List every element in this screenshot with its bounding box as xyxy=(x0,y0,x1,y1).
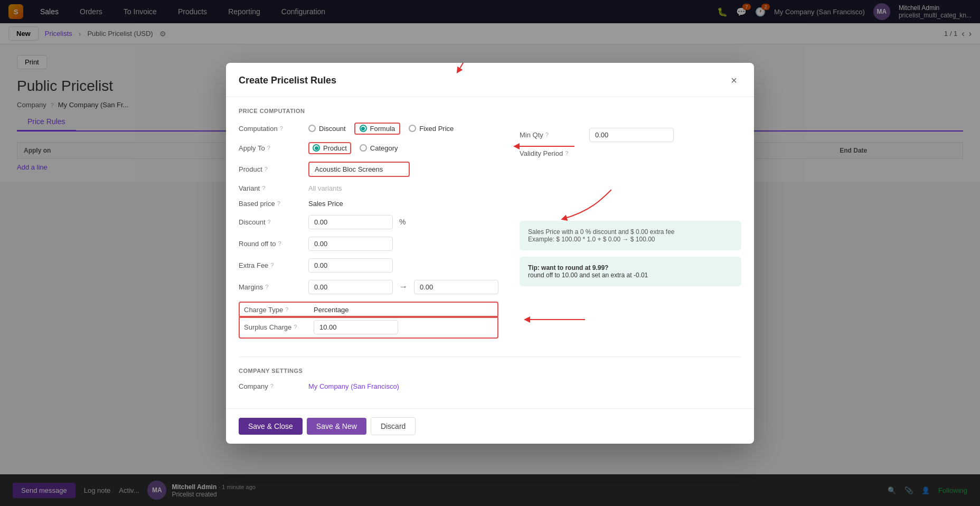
info-box-tip: Tip: want to round at 9.99? round off to… xyxy=(520,257,741,286)
radio-product[interactable]: Product xyxy=(308,142,351,154)
discard-button[interactable]: Discard xyxy=(371,417,416,435)
apply-to-label: Apply To ? xyxy=(239,144,302,152)
validity-help-icon[interactable]: ? xyxy=(565,150,568,156)
variant-help-icon[interactable]: ? xyxy=(262,185,265,191)
min-qty-row: Min Qty ? xyxy=(520,128,741,142)
charge-type-row: Charge Type ? Percentage xyxy=(239,302,498,318)
min-qty-label: Min Qty ? xyxy=(520,131,583,139)
price-computation-section-title: PRICE COMPUTATION xyxy=(239,108,741,114)
round-off-label: Round off to ? xyxy=(239,240,302,248)
radio-discount-circle xyxy=(308,125,316,132)
radio-category-circle xyxy=(360,144,367,152)
radio-category[interactable]: Category xyxy=(360,144,398,152)
computation-radio-group: Discount Formula Fixed Price xyxy=(308,123,454,135)
discount-help-icon[interactable]: ? xyxy=(268,219,271,225)
save-new-button[interactable]: Save & New xyxy=(307,418,366,435)
apply-to-help-icon[interactable]: ? xyxy=(267,145,270,151)
discount-input[interactable] xyxy=(308,215,393,229)
margins-from-input[interactable] xyxy=(308,280,393,294)
surplus-charge-input[interactable] xyxy=(314,320,398,334)
discount-unit: % xyxy=(399,218,406,226)
apply-to-row: Apply To ? Product Category xyxy=(239,142,498,154)
based-price-label: Based price ? xyxy=(239,200,302,208)
validity-label: Validity Period ? xyxy=(520,149,583,157)
product-help-icon[interactable]: ? xyxy=(265,166,268,172)
validity-row: Validity Period ? xyxy=(520,149,741,157)
extra-fee-help-icon[interactable]: ? xyxy=(270,262,274,268)
surplus-charge-label: Surplus Charge ? xyxy=(244,323,307,331)
info-box-main: Sales Price with a 0 % discount and $ 0.… xyxy=(520,221,741,250)
apply-to-radio-group: Product Category xyxy=(308,142,398,154)
charge-type-label: Charge Type ? xyxy=(244,306,307,314)
product-row: Product ? xyxy=(239,162,498,177)
margins-row: Margins ? → xyxy=(239,280,498,294)
info-box-text: Sales Price with a 0 % discount and $ 0.… xyxy=(528,228,733,236)
modal-body: PRICE COMPUTATION Computation ? Discou xyxy=(226,97,754,408)
round-off-input[interactable] xyxy=(308,237,393,251)
modal-overlay[interactable]: Select Compute Price as Formula Apply Pr… xyxy=(0,0,980,506)
save-close-button[interactable]: Save & Close xyxy=(239,418,303,435)
based-price-row: Based price ? Sales Price xyxy=(239,200,498,208)
modal-title: Create Pricelist Rules xyxy=(239,75,336,86)
charge-type-help-icon[interactable]: ? xyxy=(285,306,288,313)
margins-to-input[interactable] xyxy=(414,280,498,294)
margins-label: Margins ? xyxy=(239,283,302,291)
company-settings-section-title: COMPANY SETTINGS xyxy=(239,368,741,374)
extra-fee-input[interactable] xyxy=(308,258,393,273)
radio-fixed-price[interactable]: Fixed Price xyxy=(409,125,454,133)
info-box-example: Example: $ 100.00 * 1.0 + $ 0.00 → $ 100… xyxy=(528,236,733,243)
create-pricelist-modal: Select Compute Price as Formula Apply Pr… xyxy=(226,63,754,444)
modal-header: Create Pricelist Rules × xyxy=(226,63,754,97)
discount-label: Discount ? xyxy=(239,218,302,226)
product-label: Product ? xyxy=(239,165,302,173)
company-settings-value[interactable]: My Company (San Francisco) xyxy=(308,382,399,390)
min-qty-input[interactable] xyxy=(589,128,674,142)
right-column: Min Qty ? Validity Period ? Sales Pric xyxy=(520,123,741,346)
discount-row: Discount ? % xyxy=(239,215,498,229)
radio-discount[interactable]: Discount xyxy=(308,125,346,133)
radio-fixed-price-circle xyxy=(409,125,416,132)
charge-type-value: Percentage xyxy=(314,306,349,314)
margins-arrow: → xyxy=(399,282,408,292)
min-qty-help-icon[interactable]: ? xyxy=(545,132,549,138)
based-price-value: Sales Price xyxy=(308,200,343,208)
company-settings-label: Company ? xyxy=(239,382,302,390)
variant-row: Variant ? All variants xyxy=(239,184,498,192)
based-price-help-icon[interactable]: ? xyxy=(277,200,280,207)
tip-title: Tip: want to round at 9.99? xyxy=(528,264,608,271)
round-off-row: Round off to ? xyxy=(239,237,498,251)
variant-value: All variants xyxy=(308,184,342,192)
left-column: Computation ? Discount Formula xyxy=(239,123,498,346)
variant-label: Variant ? xyxy=(239,184,302,192)
extra-fee-label: Extra Fee ? xyxy=(239,261,302,269)
margins-help-icon[interactable]: ? xyxy=(265,284,268,290)
surplus-charge-help-icon[interactable]: ? xyxy=(294,324,297,330)
radio-formula-circle xyxy=(360,125,367,132)
company-settings-row: Company ? My Company (San Francisco) xyxy=(239,382,741,390)
company-settings-help-icon[interactable]: ? xyxy=(270,383,274,389)
tip-text: round off to 10.00 and set an extra at -… xyxy=(528,271,733,279)
extra-fee-row: Extra Fee ? xyxy=(239,258,498,273)
round-off-help-icon[interactable]: ? xyxy=(278,240,281,247)
radio-product-circle xyxy=(313,144,320,152)
surplus-charge-row: Surplus Charge ? xyxy=(239,316,498,339)
modal-close-button[interactable]: × xyxy=(727,73,741,88)
modal-footer: Save & Close Save & New Discard xyxy=(226,408,754,444)
product-input[interactable] xyxy=(308,162,410,177)
computation-row: Computation ? Discount Formula xyxy=(239,123,498,135)
computation-help-icon[interactable]: ? xyxy=(280,125,283,132)
computation-label: Computation ? xyxy=(239,125,302,133)
radio-formula[interactable]: Formula xyxy=(354,123,401,135)
